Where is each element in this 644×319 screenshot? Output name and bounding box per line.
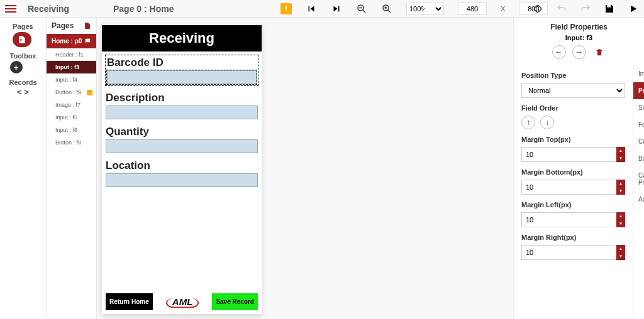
delete-field-button[interactable] [592, 45, 606, 59]
preview-field[interactable]: Location [106, 160, 258, 187]
properties-main: Position Type Normal Field Order ↑ ↓ Mar… [514, 65, 633, 319]
dim-separator: X [501, 5, 505, 13]
props-tab-capture-properties[interactable]: Capture Properties [633, 167, 644, 191]
aml-logo[interactable]: AML [172, 296, 193, 307]
props-tab-info[interactable]: Info [633, 65, 644, 82]
tree-item-label: Input : f3 [55, 64, 79, 70]
play-icon[interactable] [628, 3, 639, 14]
props-tab-size[interactable]: Size [633, 99, 644, 116]
tree-list: Header : f1Input : f3Input : f4Button : … [47, 48, 96, 149]
order-down-button[interactable]: ↓ [540, 116, 554, 129]
preview-field-label: Description [106, 92, 258, 104]
save-record-button[interactable]: Save Record [212, 293, 258, 310]
margin-top-label: Margin Top(px) [521, 136, 625, 143]
margin-bottom-label: Margin Bottom(px) [521, 168, 625, 176]
margin-bottom-input[interactable] [521, 180, 616, 195]
topbar: Receiving Page 0 : Home ! 100% X [0, 0, 644, 18]
preview-field-input[interactable] [106, 105, 258, 119]
properties-panel: Field Properties Input: f3 ← → Position … [513, 18, 644, 319]
app-title: Receiving [28, 4, 69, 14]
tree-item-label: Button : f8 [55, 139, 81, 146]
margin-left-input[interactable] [521, 212, 616, 227]
rail-toolbox-label: Toolbox [10, 52, 36, 60]
tree-item-label: Image : f7 [55, 102, 80, 108]
main-body: Pages Toolbox + Records < > Pages Home :… [0, 18, 644, 319]
svg-line-4 [388, 10, 391, 13]
tree-item[interactable]: Input : f3 [47, 61, 96, 73]
props-tab-border[interactable]: Border [633, 150, 644, 167]
first-page-icon[interactable] [306, 3, 317, 14]
tree-item-label: Button : f9 [55, 89, 81, 95]
zoom-level-select[interactable]: 100% [406, 3, 444, 15]
position-type-label: Position Type [521, 72, 625, 79]
properties-tabs: InfoPositionSizeFontColorBorderCapture P… [633, 65, 644, 319]
tree-item-label: Input : f4 [55, 77, 77, 83]
rail-pages-section: Pages [13, 23, 33, 47]
props-tab-actions[interactable]: Actions [633, 191, 644, 208]
margin-top-input[interactable] [521, 147, 616, 162]
properties-title: Field Properties [514, 18, 644, 34]
tree-item[interactable]: Input : f5 [47, 111, 96, 124]
alert-icon[interactable]: ! [280, 3, 292, 14]
pages-panel-title: Pages [52, 21, 74, 30]
preview-field[interactable]: Quantity [106, 126, 258, 153]
save-icon[interactable] [604, 3, 615, 14]
props-tab-position[interactable]: Position [633, 82, 644, 99]
margin-right-input[interactable] [521, 245, 616, 260]
return-home-button[interactable]: Return Home [106, 293, 153, 310]
props-tab-color[interactable]: Color [633, 133, 644, 150]
order-up-button[interactable]: ↑ [521, 116, 535, 129]
tree-item[interactable]: Input : f4 [47, 73, 96, 86]
tree-item[interactable]: Image : f7 [47, 99, 96, 111]
preview-field-input[interactable] [107, 70, 257, 84]
properties-nav: ← → [514, 45, 644, 65]
preview-field[interactable]: Description [106, 92, 258, 119]
tree-root-label: Home : p0 [52, 38, 82, 45]
hamburger-menu-icon[interactable] [5, 5, 16, 13]
margin-top-stepper[interactable]: ▲▼ [616, 147, 625, 162]
rotate-icon[interactable] [532, 3, 543, 14]
properties-body: Position Type Normal Field Order ↑ ↓ Mar… [514, 65, 644, 319]
props-tab-font[interactable]: Font [633, 116, 644, 133]
preview-field[interactable]: Barcode ID [106, 55, 258, 85]
tree-item[interactable]: Header : f1 [47, 48, 96, 61]
redo-icon[interactable] [580, 3, 591, 14]
preview-field-input[interactable] [106, 139, 258, 153]
field-order-label: Field Order [521, 104, 625, 112]
tree-item[interactable]: Input : f6 [47, 124, 96, 136]
top-right-actions [532, 3, 639, 14]
canvas-width-input[interactable] [458, 3, 487, 15]
rail-records-label: Records [9, 78, 36, 86]
svg-rect-7 [534, 4, 542, 13]
zoom-out-icon[interactable] [356, 3, 367, 14]
margin-left-stepper[interactable]: ▲▼ [616, 212, 625, 227]
prev-field-button[interactable]: ← [552, 45, 566, 59]
top-actions: ! 100% X [280, 3, 548, 15]
next-field-button[interactable]: → [572, 45, 586, 59]
tree-item[interactable]: Button : f8 [47, 136, 96, 149]
rail-toolbox-section: Toolbox + [10, 52, 36, 73]
position-type-select[interactable]: Normal [521, 83, 625, 98]
undo-icon[interactable] [556, 3, 567, 14]
preview-header[interactable]: Receiving [102, 25, 262, 51]
preview-field-label: Barcode ID [107, 57, 257, 69]
last-page-icon[interactable] [331, 3, 342, 14]
records-toggle-icon[interactable]: < > [9, 87, 36, 97]
tree-item-label: Header : f1 [55, 51, 84, 58]
left-rail: Pages Toolbox + Records < > [0, 18, 47, 319]
zoom-in-icon[interactable] [381, 3, 392, 14]
margin-bottom-stepper[interactable]: ▲▼ [616, 180, 625, 195]
properties-subtitle: Input: f3 [514, 34, 644, 45]
add-toolbox-button[interactable]: + [10, 61, 23, 73]
page-title: Page 0 : Home [113, 4, 174, 14]
tree-root-home[interactable]: Home : p0 [47, 34, 96, 48]
margin-right-stepper[interactable]: ▲▼ [616, 245, 625, 260]
preview-field-label: Location [106, 160, 258, 172]
tree-item-label: Input : f6 [55, 127, 77, 133]
canvas-area[interactable]: Receiving Barcode IDDescriptionQuantityL… [97, 18, 513, 319]
add-page-button[interactable] [13, 32, 31, 47]
rail-records-section: Records < > [9, 78, 36, 97]
tree-item[interactable]: Button : f9 [47, 86, 96, 99]
preview-field-input[interactable] [106, 173, 258, 187]
flag-icon [87, 90, 92, 95]
